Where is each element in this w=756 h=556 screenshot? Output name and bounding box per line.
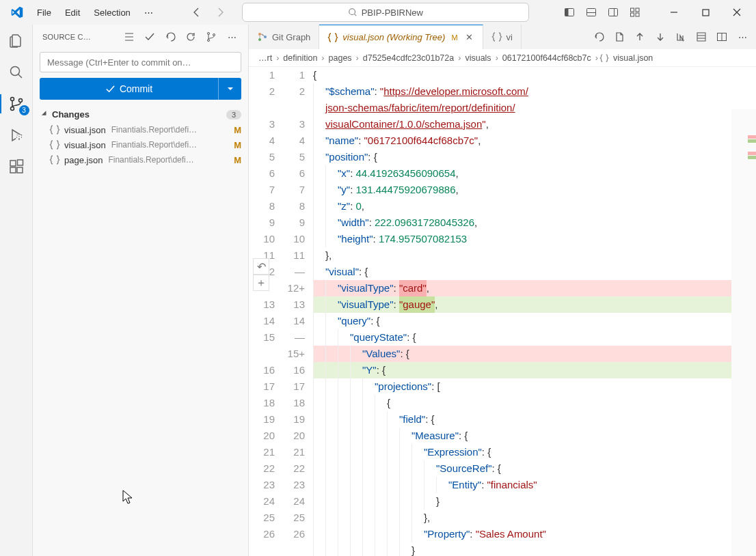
svg-rect-9 <box>636 8 639 12</box>
changes-header[interactable]: Changes 3 <box>33 107 248 122</box>
svg-point-16 <box>10 107 14 111</box>
scm-badge: 3 <box>19 105 29 115</box>
prev-change-icon[interactable] <box>630 27 649 46</box>
whitespace-icon[interactable] <box>671 27 690 46</box>
commit-message-input[interactable] <box>40 52 241 72</box>
window-minimize[interactable] <box>659 0 689 25</box>
svg-point-25 <box>213 34 215 36</box>
menu-file[interactable]: File <box>30 5 58 20</box>
inline-diff-icon[interactable] <box>692 27 711 46</box>
menu-overflow[interactable]: ⋯ <box>137 5 160 20</box>
changes-count: 3 <box>226 110 241 120</box>
svg-point-24 <box>208 40 210 42</box>
svg-rect-10 <box>631 13 634 16</box>
commit-dropdown[interactable] <box>218 78 241 100</box>
extensions-icon[interactable] <box>7 157 26 176</box>
svg-rect-22 <box>17 160 23 165</box>
layout-sidebar-left-icon[interactable] <box>559 3 580 22</box>
nav-back-icon[interactable] <box>187 3 206 22</box>
svg-rect-8 <box>631 8 634 12</box>
svg-point-26 <box>258 33 261 36</box>
tab-git-graph[interactable]: Git Graph <box>249 25 319 49</box>
commit-button[interactable]: Commit <box>40 78 218 100</box>
open-file-icon[interactable] <box>610 27 629 46</box>
diff-revert-controls: ↶ ＋ <box>253 258 269 291</box>
menu-edit[interactable]: Edit <box>58 5 87 20</box>
layout-panel-icon[interactable] <box>581 3 602 22</box>
editor-tabs: Git Graph visual.json (Working Tree) M ✕… <box>249 25 756 49</box>
svg-rect-2 <box>565 9 569 16</box>
svg-point-0 <box>349 9 355 15</box>
svg-rect-19 <box>10 161 16 166</box>
tab-other[interactable]: vi <box>483 25 522 49</box>
svg-rect-6 <box>609 9 618 16</box>
svg-rect-11 <box>636 13 639 16</box>
search-icon[interactable] <box>7 63 26 82</box>
discard-changes-icon[interactable] <box>589 27 608 46</box>
explorer-icon[interactable] <box>7 31 26 51</box>
more-icon[interactable]: ⋯ <box>224 29 240 45</box>
next-change-icon[interactable] <box>651 27 670 46</box>
json-file-icon <box>49 154 60 165</box>
changed-file-item[interactable]: visual.jsonFinantials.Report\defi…M <box>33 122 248 137</box>
svg-point-23 <box>208 33 210 35</box>
window-close[interactable] <box>722 0 752 25</box>
svg-point-27 <box>258 38 261 41</box>
svg-point-14 <box>10 67 19 76</box>
menu-selection[interactable]: Selection <box>87 5 137 20</box>
breadcrumb[interactable]: …rt› definition› pages› d7525e4cdfc23c01… <box>249 49 756 67</box>
svg-rect-20 <box>10 167 16 173</box>
svg-rect-13 <box>703 10 709 16</box>
vscode-logo-icon <box>10 5 25 20</box>
activity-bar: 3 <box>0 25 33 556</box>
refresh-icon[interactable] <box>183 29 199 45</box>
command-center-text: PBIP-PBIRNew <box>362 8 423 18</box>
view-as-tree-icon[interactable] <box>121 29 137 45</box>
split-right-icon[interactable] <box>712 27 731 46</box>
changed-file-item[interactable]: page.jsonFinantials.Report\defi…M <box>33 152 248 167</box>
json-file-icon <box>49 139 60 150</box>
branch-icon[interactable] <box>203 29 219 45</box>
layout-customize-icon[interactable] <box>625 3 645 22</box>
json-file-icon <box>49 124 60 135</box>
commit-check-icon[interactable] <box>141 29 158 45</box>
undo-icon[interactable] <box>162 29 178 45</box>
svg-point-17 <box>18 99 22 102</box>
diff-editor[interactable]: 1234567891011121314151617181920212223242… <box>249 67 756 556</box>
svg-rect-29 <box>697 33 705 41</box>
changed-file-item[interactable]: visual.jsonFinantials.Report\defi…M <box>33 137 248 152</box>
close-tab-icon[interactable]: ✕ <box>464 32 474 42</box>
stage-change-icon[interactable]: ＋ <box>253 275 269 291</box>
scm-sidebar: SOURCE C… ⋯ Commit Changes 3 visual.json… <box>33 25 249 556</box>
more-actions-icon[interactable]: ⋯ <box>733 27 752 46</box>
run-debug-icon[interactable] <box>7 126 26 145</box>
svg-rect-21 <box>17 167 23 173</box>
titlebar: File Edit Selection ⋯ PBIP-PBIRNew <box>0 0 756 25</box>
window-maximize[interactable] <box>690 0 720 25</box>
revert-change-icon[interactable]: ↶ <box>253 258 269 275</box>
command-center[interactable]: PBIP-PBIRNew <box>242 3 529 22</box>
layout-controls <box>559 3 645 22</box>
svg-point-15 <box>10 98 14 101</box>
tab-visual-json-working[interactable]: visual.json (Working Tree) M ✕ <box>319 25 483 49</box>
layout-sidebar-right-icon[interactable] <box>603 3 623 22</box>
source-control-icon[interactable]: 3 <box>7 94 26 113</box>
minimap[interactable] <box>731 109 756 556</box>
nav-forward-icon[interactable] <box>211 3 230 22</box>
sidebar-title: SOURCE C… <box>42 33 121 41</box>
